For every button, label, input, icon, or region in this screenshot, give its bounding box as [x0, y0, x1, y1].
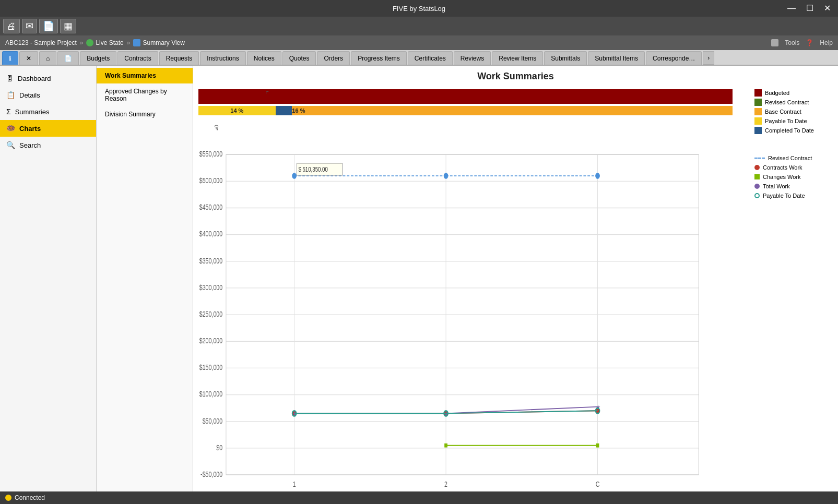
- svg-text:$350,000: $350,000: [199, 257, 222, 265]
- tab-certificates[interactable]: Certificates: [408, 51, 453, 65]
- svg-point-44: [292, 173, 297, 178]
- svg-text:1: 1: [293, 481, 296, 489]
- legend-icon-contracts-work: [754, 165, 760, 170]
- legend-label-completed: Completed To Date: [765, 127, 814, 134]
- legend-label-base: Base Contract: [765, 109, 801, 115]
- legend-payable-to-date-line: Payable To Date: [754, 193, 828, 199]
- legend-color-payable: [754, 117, 762, 125]
- sidebar-label-dashboard: Dashboard: [18, 75, 51, 82]
- tab-submittals[interactable]: Submittals: [544, 51, 587, 65]
- tools-label[interactable]: Tools: [785, 39, 799, 46]
- grid-button[interactable]: ▦: [60, 19, 76, 33]
- bar-chart-section: 14 % 16 % $0 $50,000 $100,000: [193, 85, 838, 145]
- title-bar: FIVE by StatsLog — ☐ ✕: [0, 0, 838, 17]
- details-icon: 📋: [6, 91, 15, 99]
- search-icon: 🔍: [6, 141, 15, 149]
- svg-rect-55: [444, 443, 447, 448]
- legend-color-base: [754, 108, 762, 115]
- main-layout: 🎛 Dashboard 📋 Details Σ Summaries 🍩 Char…: [0, 66, 838, 491]
- tab-budgets[interactable]: Budgets: [80, 51, 116, 65]
- sidebar-item-summaries[interactable]: Σ Summaries: [0, 103, 96, 120]
- submenu-approved-changes[interactable]: Approved Changes by Reason: [97, 83, 193, 106]
- svg-text:$300,000: $300,000: [199, 283, 222, 292]
- tab-page[interactable]: 📄: [57, 51, 79, 65]
- svg-rect-56: [596, 443, 599, 448]
- svg-text:$450,000: $450,000: [199, 203, 222, 212]
- email-button[interactable]: ✉: [22, 19, 37, 33]
- legend-color-completed: [754, 127, 762, 134]
- svg-point-45: [444, 173, 448, 178]
- sidebar-item-charts[interactable]: 🍩 Charts: [0, 120, 96, 137]
- tab-submittal-items[interactable]: Submittal Items: [588, 51, 645, 65]
- legend-label-payable-line: Payable To Date: [763, 193, 805, 199]
- toolbar: 🖨 ✉ 📄 ▦: [0, 17, 838, 35]
- bar-completed: [276, 106, 292, 115]
- legend-label-revised-line: Revised Contract: [768, 155, 812, 161]
- window-controls: — ☐ ✕: [784, 4, 834, 13]
- pdf-button[interactable]: 📄: [39, 19, 58, 33]
- print-button[interactable]: 🖨: [3, 19, 20, 33]
- tab-quotes[interactable]: Quotes: [282, 51, 316, 65]
- tab-orders[interactable]: Orders: [317, 51, 350, 65]
- sidebar-label-charts: Charts: [19, 125, 41, 133]
- tab-correspondence[interactable]: Corresponde…: [646, 51, 702, 65]
- sidebar-label-search: Search: [19, 141, 41, 149]
- line-chart-svg-area: $550,000 $500,000 $450,000 $400,000 $350…: [193, 145, 749, 491]
- tab-reviews[interactable]: Reviews: [454, 51, 491, 65]
- tab-review-items[interactable]: Review Items: [492, 51, 543, 65]
- svg-text:$0: $0: [213, 124, 220, 131]
- svg-text:$150,000: $150,000: [199, 364, 222, 372]
- project-breadcrumb[interactable]: ABC123 - Sample Project: [5, 39, 77, 46]
- tab-home[interactable]: ⌂: [39, 51, 56, 65]
- tab-info[interactable]: ℹ: [2, 51, 18, 65]
- submenu-work-summaries[interactable]: Work Summaries: [97, 68, 193, 83]
- tab-close-x[interactable]: ✕: [19, 51, 38, 65]
- sidebar-item-dashboard[interactable]: 🎛 Dashboard: [0, 70, 96, 87]
- bar-budgeted: [198, 89, 733, 104]
- legend-color-budgeted: [754, 89, 762, 97]
- legend-label-changes-work: Changes Work: [763, 174, 801, 180]
- submenu-division-summary[interactable]: Division Summary: [97, 106, 193, 122]
- svg-text:$250,000: $250,000: [199, 310, 222, 319]
- minimize-button[interactable]: —: [784, 4, 799, 13]
- sidebar-label-details: Details: [19, 91, 40, 99]
- legend-color-revised: [754, 99, 762, 106]
- dashboard-icon: 🎛: [6, 74, 14, 82]
- sidebar-item-details[interactable]: 📋 Details: [0, 87, 96, 103]
- legend-label-contracts-work: Contracts Work: [763, 164, 802, 171]
- tab-progress-items[interactable]: Progress Items: [351, 51, 407, 65]
- sidebar-label-summaries: Summaries: [15, 108, 50, 116]
- legend-label-budgeted: Budgeted: [765, 90, 789, 96]
- svg-text:$50,000: $50,000: [203, 417, 223, 425]
- summary-view-breadcrumb[interactable]: Summary View: [133, 39, 184, 46]
- close-button[interactable]: ✕: [821, 4, 834, 13]
- bar-chart-area: 14 % 16 % $0 $50,000 $100,000: [198, 89, 749, 142]
- line-chart-section: $550,000 $500,000 $450,000 $400,000 $350…: [193, 145, 838, 491]
- bar-budgeted-row: [198, 89, 749, 104]
- sep1: »: [80, 39, 84, 46]
- legend-label-payable: Payable To Date: [765, 118, 807, 124]
- tab-more-arrow[interactable]: ›: [703, 51, 714, 65]
- submenu: Work Summaries Approved Changes by Reaso…: [97, 66, 193, 491]
- legend-label-revised: Revised Contract: [765, 99, 809, 105]
- legend-completed: Completed To Date: [754, 127, 828, 134]
- svg-text:$550,000: $550,000: [199, 150, 222, 159]
- tab-contracts[interactable]: Contracts: [117, 51, 158, 65]
- svg-text:$200,000: $200,000: [199, 337, 222, 345]
- summaries-icon: Σ: [6, 107, 11, 116]
- tab-notices[interactable]: Notices: [247, 51, 281, 65]
- svg-text:$ 510,350.00: $ 510,350.00: [298, 166, 327, 173]
- svg-text:$400,000: $400,000: [199, 230, 222, 238]
- tab-instructions[interactable]: Instructions: [200, 51, 245, 65]
- legend-icon-changes-work: [754, 174, 760, 179]
- legend-icon-payable-line: [754, 193, 760, 198]
- legend-revised-contract-line: Revised Contract: [754, 155, 828, 161]
- help-label[interactable]: Help: [820, 39, 833, 46]
- legend-base-contract: Base Contract: [754, 108, 828, 115]
- legend-changes-work-line: Changes Work: [754, 174, 828, 180]
- line-chart-legend: Revised Contract Contracts Work Changes …: [749, 145, 833, 491]
- sidebar-item-search[interactable]: 🔍 Search: [0, 137, 96, 153]
- live-state-breadcrumb[interactable]: Live State: [86, 39, 123, 46]
- maximize-button[interactable]: ☐: [803, 4, 817, 13]
- tab-requests[interactable]: Requests: [159, 51, 199, 65]
